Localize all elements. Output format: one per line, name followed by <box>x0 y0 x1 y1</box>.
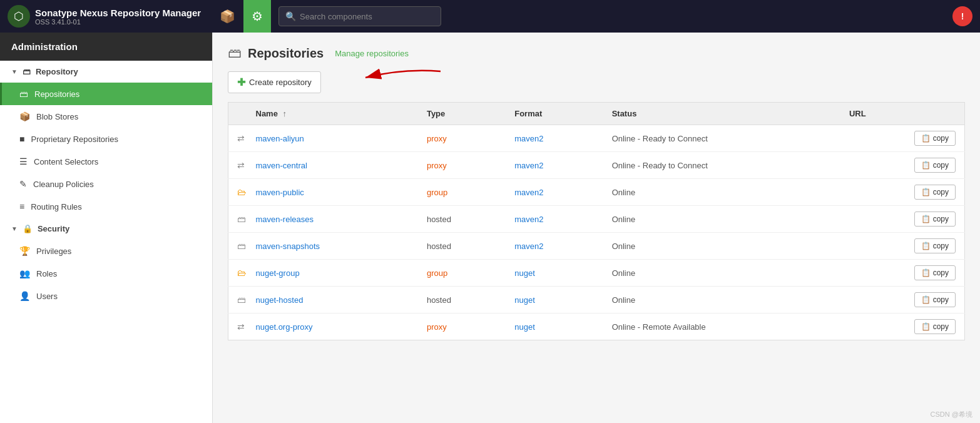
repositories-icon: 🗃 <box>19 89 28 99</box>
row-icon-cell: 🗃 <box>228 206 247 233</box>
table-row: 🗁 maven-public group maven2 Online 📋 cop… <box>228 179 965 206</box>
users-icon: 👤 <box>19 291 30 301</box>
repo-format: nuget <box>506 287 603 313</box>
admin-button[interactable]: ⚙ <box>243 0 271 33</box>
app-logo-icon: ⬡ <box>8 5 30 28</box>
proprietary-icon: ■ <box>19 134 24 144</box>
repo-status: Online <box>603 179 840 206</box>
sidebar-header: Administration <box>0 33 212 61</box>
sidebar-item-routing-rules[interactable]: ≡ Routing Rules <box>0 195 212 218</box>
copy-label: copy <box>933 134 949 143</box>
content-area: 🗃 Repositories Manage repositories ✚ Cre… <box>213 33 980 423</box>
copy-url-button[interactable]: 📋 copy <box>914 212 956 227</box>
copy-label: copy <box>933 215 949 223</box>
sidebar-item-blob-stores[interactable]: 📦 Blob Stores <box>0 105 212 128</box>
copy-url-button[interactable]: 📋 copy <box>914 131 956 146</box>
repo-type-icon: 🗁 <box>237 268 246 278</box>
repo-type: group <box>418 179 506 206</box>
repo-type-icon: 🗁 <box>237 187 246 197</box>
repo-status: Online <box>603 260 840 287</box>
repo-status: Online <box>603 233 840 260</box>
user-avatar[interactable]: ! <box>952 6 972 26</box>
repo-type: hosted <box>418 206 506 233</box>
sidebar-item-repositories[interactable]: 🗃 Repositories <box>0 83 212 105</box>
row-icon-cell: 🗁 <box>228 260 247 287</box>
search-input[interactable] <box>300 12 434 21</box>
routing-icon: ≡ <box>19 201 24 212</box>
sidebar-section-repository[interactable]: ▼ 🗃 Repository <box>0 61 212 83</box>
sidebar-item-cleanup-policies[interactable]: ✎ Cleanup Policies <box>0 173 212 195</box>
repo-url-cell: 📋 copy <box>840 125 965 152</box>
copy-url-button[interactable]: 📋 copy <box>914 158 956 173</box>
section-arrow: ▼ <box>11 225 18 232</box>
copy-icon: 📋 <box>921 134 931 143</box>
sidebar-item-label: Users <box>36 292 58 301</box>
repo-name[interactable]: maven-snapshots <box>247 233 418 260</box>
table-row: 🗃 nuget-hosted hosted nuget Online 📋 cop… <box>228 287 965 313</box>
content-selectors-icon: ☰ <box>19 156 28 166</box>
col-name[interactable]: Name ↑ <box>247 103 418 125</box>
copy-label: copy <box>933 188 949 196</box>
copy-icon: 📋 <box>921 295 931 304</box>
repo-name[interactable]: maven-public <box>247 179 418 206</box>
sidebar-item-label: Roles <box>36 269 57 278</box>
main-layout: Administration ▼ 🗃 Repository 🗃 Reposito… <box>0 33 980 423</box>
repo-name[interactable]: nuget.org-proxy <box>247 313 418 340</box>
repo-name[interactable]: maven-aliyun <box>247 125 418 152</box>
content-header: 🗃 Repositories Manage repositories <box>228 45 965 61</box>
sidebar: Administration ▼ 🗃 Repository 🗃 Reposito… <box>0 33 213 423</box>
privileges-icon: 🏆 <box>19 246 30 256</box>
browse-button[interactable]: 📦 <box>213 0 241 33</box>
repo-name[interactable]: nuget-group <box>247 260 418 287</box>
app-title: Sonatype Nexus Repository Manager OSS 3.… <box>35 8 201 26</box>
copy-icon: 📋 <box>921 188 931 196</box>
create-repository-button[interactable]: ✚ Create repository <box>228 71 321 93</box>
repo-format: maven2 <box>506 179 603 206</box>
copy-url-button[interactable]: 📋 copy <box>914 292 956 307</box>
sidebar-item-roles[interactable]: 👥 Roles <box>0 262 212 285</box>
cleanup-icon: ✎ <box>19 179 27 189</box>
repo-type-icon: 🗃 <box>237 214 246 224</box>
repo-format: maven2 <box>506 152 603 179</box>
page-title: Repositories <box>248 46 324 61</box>
repo-name[interactable]: maven-central <box>247 152 418 179</box>
copy-url-button[interactable]: 📋 copy <box>914 185 956 200</box>
sidebar-item-proprietary[interactable]: ■ Proprietary Repositories <box>0 128 212 150</box>
copy-url-button[interactable]: 📋 copy <box>914 265 956 280</box>
col-status: Status <box>603 103 840 125</box>
sort-arrow: ↑ <box>283 109 287 118</box>
repo-name[interactable]: nuget-hosted <box>247 287 418 313</box>
repo-type: proxy <box>418 125 506 152</box>
copy-url-button[interactable]: 📋 copy <box>914 319 956 334</box>
search-icon: 🔍 <box>285 11 296 21</box>
copy-url-button[interactable]: 📋 copy <box>914 238 956 253</box>
sidebar-item-privileges[interactable]: 🏆 Privileges <box>0 240 212 262</box>
section-label: Repository <box>36 67 78 76</box>
repositories-table: Name ↑ Type Format Status URL ⇄ maven-al… <box>228 102 965 340</box>
section-icon: 🔒 <box>23 224 33 233</box>
repo-type: proxy <box>418 313 506 340</box>
repo-name[interactable]: maven-releases <box>247 206 418 233</box>
copy-icon: 📋 <box>921 268 931 277</box>
repo-format: maven2 <box>506 125 603 152</box>
copy-icon: 📋 <box>921 215 931 223</box>
create-button-row: ✚ Create repository <box>228 71 965 93</box>
copy-label: copy <box>933 322 949 331</box>
repo-type-icon: 🗃 <box>237 241 246 251</box>
repo-url-cell: 📋 copy <box>840 206 965 233</box>
table-row: 🗃 maven-snapshots hosted maven2 Online 📋… <box>228 233 965 260</box>
repo-url-cell: 📋 copy <box>840 233 965 260</box>
repo-format: maven2 <box>506 206 603 233</box>
sidebar-item-content-selectors[interactable]: ☰ Content Selectors <box>0 150 212 173</box>
copy-label: copy <box>933 295 949 304</box>
table-row: ⇄ nuget.org-proxy proxy nuget Online - R… <box>228 313 965 340</box>
sidebar-section-security[interactable]: ▼ 🔒 Security <box>0 218 212 240</box>
blob-stores-icon: 📦 <box>19 111 30 121</box>
row-icon-cell: 🗃 <box>228 233 247 260</box>
page-subtitle[interactable]: Manage repositories <box>335 49 409 58</box>
section-arrow: ▼ <box>11 68 18 75</box>
create-button-label: Create repository <box>249 78 312 87</box>
sidebar-item-users[interactable]: 👤 Users <box>0 285 212 307</box>
sidebar-item-label: Cleanup Policies <box>33 180 94 189</box>
sidebar-item-label: Blob Stores <box>36 112 78 121</box>
